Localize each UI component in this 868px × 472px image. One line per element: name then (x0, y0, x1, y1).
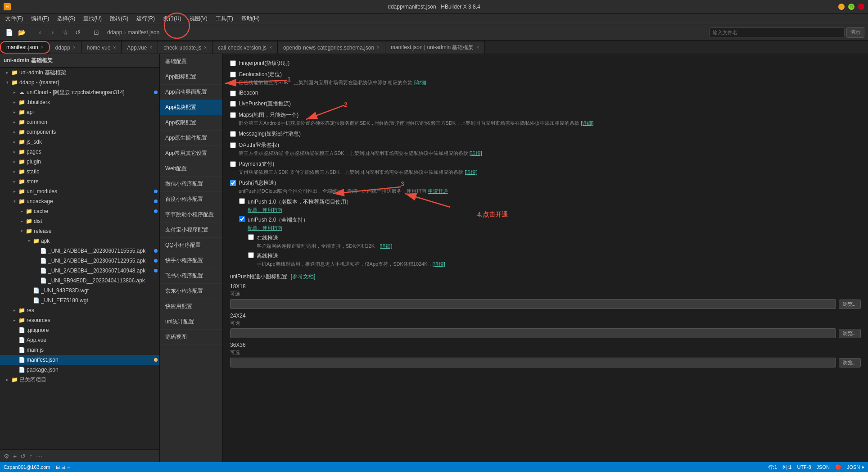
module-link-geolocation[interactable]: [详细] (414, 80, 426, 85)
config-item-7[interactable]: Web配置 (160, 161, 222, 177)
module-check-fingerprint[interactable] (230, 60, 236, 66)
collapse-icon[interactable]: ↑ (29, 453, 32, 460)
tree-item-17[interactable]: ▾ 📁 apk (0, 236, 159, 246)
module-check-maps[interactable] (230, 112, 236, 118)
tree-arrow-5[interactable]: ▸ (11, 120, 18, 124)
add-icon[interactable]: + (13, 453, 17, 460)
new-file-button[interactable]: 📄 (4, 27, 14, 38)
menu-item-S[interactable]: 选择(S) (54, 14, 79, 23)
tree-item-2[interactable]: ▸ ☁ uniCloud - [阿里云:czpchaizhengpan314] (0, 87, 159, 97)
tree-item-1[interactable]: ▾ 📁 ddapp - {master} (0, 77, 159, 87)
tab-close-4[interactable]: × (204, 45, 207, 50)
push-icon-link[interactable]: [参考文档] (291, 273, 316, 280)
tree-arrow-0[interactable]: ▸ (4, 70, 11, 75)
menu-item-F[interactable]: 文件(F) (2, 14, 27, 23)
tab-close-0[interactable]: × (41, 45, 44, 50)
tree-item-8[interactable]: ▸ 📁 pages (0, 147, 159, 157)
tree-item-5[interactable]: ▸ 📁 common (0, 117, 159, 127)
icon-input-24X24[interactable] (230, 328, 836, 338)
tree-arrow-2[interactable]: ▸ (11, 90, 18, 95)
config-item-0[interactable]: 基础配置 (160, 54, 222, 69)
tree-item-26[interactable]: 📄 .gitignore (0, 325, 159, 335)
config-item-4[interactable]: App权限配置 (160, 115, 222, 131)
push-subsub-check-offline_push[interactable] (248, 252, 254, 258)
tab-close-7[interactable]: × (476, 45, 479, 50)
config-item-14[interactable]: 飞书小程序配置 (160, 268, 222, 284)
tree-arrow-10[interactable]: ▸ (11, 169, 18, 174)
run-demo-button[interactable]: 演示 (846, 27, 864, 38)
module-check-payment[interactable] (230, 161, 236, 167)
tab-close-1[interactable]: × (73, 45, 76, 50)
config-item-13[interactable]: 快手小程序配置 (160, 253, 222, 268)
tree-item-23[interactable]: 📄 _UNI_EF75180.wgt (0, 295, 159, 305)
tab-4[interactable]: check-update.js× (158, 41, 212, 54)
config-item-1[interactable]: App图标配置 (160, 69, 222, 85)
tree-item-14[interactable]: ▸ 📁 cache (0, 206, 159, 216)
tree-arrow-24[interactable]: ▸ (11, 308, 18, 313)
refresh-button[interactable]: ↺ (72, 27, 83, 38)
tree-item-10[interactable]: ▸ 📁 static (0, 167, 159, 177)
config-item-17[interactable]: uni统计配置 (160, 314, 222, 330)
tab-close-6[interactable]: × (377, 45, 380, 50)
tree-item-7[interactable]: ▸ 📁 js_sdk (0, 137, 159, 147)
config-item-12[interactable]: QQ小程序配置 (160, 238, 222, 253)
tree-arrow-14[interactable]: ▸ (18, 209, 25, 213)
split-button[interactable]: ⊡ (91, 27, 102, 38)
tree-item-31[interactable]: ▸ 📁 已关闭项目 (0, 375, 159, 385)
tree-arrow-25[interactable]: ▸ (11, 318, 18, 322)
tree-arrow-7[interactable]: ▸ (11, 140, 18, 144)
config-item-3[interactable]: App模块配置 (160, 100, 222, 115)
tree-item-15[interactable]: ▸ 📁 dist (0, 216, 159, 226)
browse-button-24X24[interactable]: 浏览... (839, 329, 861, 338)
close-button[interactable]: × (858, 4, 864, 10)
module-link-push[interactable]: 申请开通 (428, 188, 448, 194)
module-check-ibeacon[interactable] (230, 91, 236, 96)
browse-button-36X36[interactable]: 浏览... (839, 358, 861, 368)
tab-6[interactable]: opendb-news-categories.schema.json× (278, 41, 385, 54)
tree-arrow-8[interactable]: ▸ (11, 150, 18, 154)
tree-arrow-11[interactable]: ▸ (11, 179, 18, 184)
open-file-button[interactable]: 📂 (16, 27, 27, 38)
tab-0[interactable]: manifest.json× (0, 41, 50, 54)
tree-item-19[interactable]: 📄 _UNI_2ADB0B4__20230607122955.apk (0, 256, 159, 266)
menu-item-V[interactable]: 视图(V) (186, 14, 211, 23)
refresh-icon[interactable]: ↺ (20, 453, 26, 460)
config-item-11[interactable]: 支付宝小程序配置 (160, 222, 222, 238)
forward-button[interactable]: › (47, 27, 58, 38)
tree-arrow-4[interactable]: ▸ (11, 110, 18, 114)
module-check-livepusher[interactable] (230, 101, 236, 107)
tab-5[interactable]: call-check-version.js× (212, 41, 278, 54)
menu-item-U[interactable]: 查找(U) (80, 14, 105, 23)
tree-item-24[interactable]: ▸ 📁 res (0, 305, 159, 315)
push-sub-check-unipush2[interactable] (239, 216, 245, 222)
file-search-input[interactable] (710, 27, 845, 37)
maximize-button[interactable]: □ (848, 4, 854, 10)
config-item-10[interactable]: 字节跳动小程序配置 (160, 207, 222, 222)
tab-close-5[interactable]: × (269, 45, 272, 50)
content-area[interactable]: Fingerprint(指纹识别) Geolocation(定位) 定位功能依赖… (223, 54, 868, 462)
config-item-16[interactable]: 快应用配置 (160, 299, 222, 314)
tree-item-11[interactable]: ▸ 📁 store (0, 177, 159, 186)
menu-item-R[interactable]: 运行(R) (133, 14, 158, 23)
menu-item-U[interactable]: 发行(U) (159, 14, 185, 23)
module-check-push[interactable] (230, 180, 236, 186)
module-link-oauth[interactable]: [详情] (470, 150, 482, 156)
tree-item-22[interactable]: 📄 _UNI_943E83D.wgt (0, 286, 159, 295)
config-item-8[interactable]: 微信小程序配置 (160, 177, 222, 192)
tree-item-0[interactable]: ▸ 📁 uni-admin 基础框架 (0, 68, 159, 77)
config-item-2[interactable]: App启动界面配置 (160, 85, 222, 100)
icon-input-18X18[interactable] (230, 299, 836, 309)
tree-arrow-9[interactable]: ▸ (11, 159, 18, 164)
tree-arrow-31[interactable]: ▸ (4, 377, 11, 382)
tree-item-18[interactable]: 📄 _UNI_2ADB0B4__20230607115555.apk (0, 246, 159, 256)
tab-2[interactable]: home.vue× (81, 41, 122, 54)
config-item-6[interactable]: App常用其它设置 (160, 146, 222, 161)
tab-3[interactable]: App.vue× (122, 41, 158, 54)
tree-item-29[interactable]: 📄 manifest.json (0, 355, 159, 365)
config-item-15[interactable]: 京东小程序配置 (160, 284, 222, 299)
module-check-messaging[interactable] (230, 131, 236, 137)
bookmark-button[interactable]: ☆ (60, 27, 71, 38)
icon-input-36X36[interactable] (230, 358, 836, 368)
tree-arrow-6[interactable]: ▸ (11, 130, 18, 134)
menu-item-E[interactable]: 编辑(E) (27, 14, 53, 23)
